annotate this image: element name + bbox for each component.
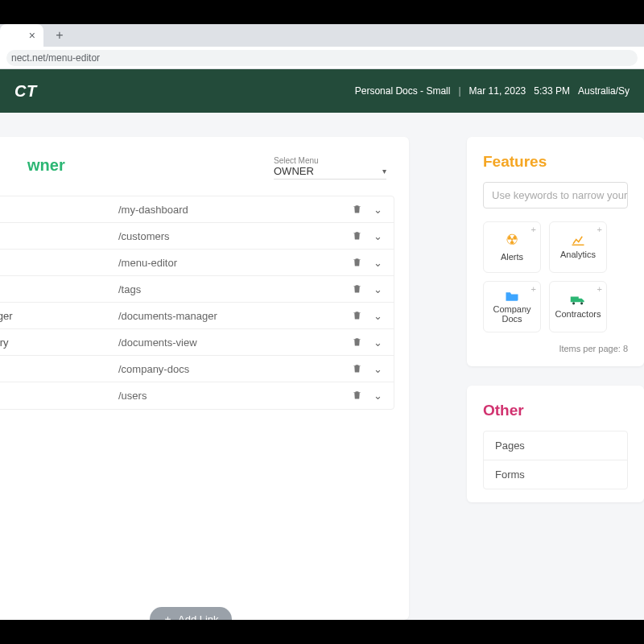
row-name: t Manager [0,310,118,322]
chevron-down-icon[interactable]: ⌄ [374,204,382,216]
add-link-button[interactable]: ＋ Add Link [150,607,232,620]
features-title: Features [483,153,628,171]
chevron-down-icon: ▾ [382,167,386,175]
trash-icon[interactable] [352,390,362,402]
row-path: /tags [118,283,352,295]
table-row[interactable]: /users ⌄ [0,382,394,409]
feature-tile-analytics[interactable]: + Analytics [549,221,607,273]
other-item-forms[interactable]: Forms [484,460,627,489]
plus-icon: + [597,225,602,234]
row-path: /company-docs [118,363,352,375]
browser-address-bar: nect.net/menu-editor [0,47,644,69]
chevron-down-icon[interactable]: ⌄ [374,390,382,402]
plus-icon: + [597,284,602,294]
table-row[interactable]: y Docs /company-docs ⌄ [0,356,394,382]
context-label: Personal Docs - Small [355,85,451,97]
row-path: /documents-view [118,336,352,349]
trash-icon[interactable] [352,230,362,242]
other-title: Other [483,402,628,419]
table-row[interactable]: rs /customers ⌄ [0,223,394,250]
svg-point-1 [580,302,583,304]
menu-select[interactable]: Select Menu OWNER ▾ [274,156,386,180]
trash-icon[interactable] [352,310,362,322]
plus-icon: ＋ [163,612,173,620]
chevron-down-icon[interactable]: ⌄ [374,336,382,349]
page-title: wner [27,156,65,175]
app-header: CT Personal Docs - Small | Mar 11, 2023 … [0,69,644,113]
header-time: 5:33 PM [534,85,570,97]
table-row[interactable]: t Manager /documents-manager ⌄ [0,303,394,329]
row-name: rs [0,230,118,242]
features-card: Features Use keywords to narrow your + ☢… [467,137,644,366]
add-link-label: Add Link [178,613,219,621]
row-path: /my-dashboard [118,204,352,216]
browser-tab[interactable]: × [0,24,43,47]
row-name: board [0,204,118,216]
chevron-down-icon[interactable]: ⌄ [374,310,382,322]
tile-label: Analytics [560,250,596,259]
folder-icon [505,290,519,301]
chevron-down-icon[interactable]: ⌄ [374,257,382,269]
trash-icon[interactable] [352,363,362,375]
table-row[interactable]: ts Library /documents-view ⌄ [0,329,394,356]
select-value: OWNER [274,165,314,177]
feature-tile-alerts[interactable]: + ☢ Alerts [483,221,541,273]
header-date: Mar 11, 2023 [469,85,526,97]
new-tab-button[interactable]: + [50,26,69,45]
table-row[interactable]: board /my-dashboard ⌄ [0,196,394,223]
chart-icon [571,235,585,246]
plus-icon: + [531,284,536,294]
select-label: Select Menu [274,156,386,165]
other-card: Other Pages Forms [467,386,644,502]
row-name: tor [0,257,118,269]
feature-search-input[interactable]: Use keywords to narrow your [483,182,628,208]
row-name: ts Library [0,336,118,349]
row-path: /users [118,390,352,402]
pager-text: Items per page: 8 [483,344,628,353]
row-path: /customers [118,230,352,242]
browser-tabstrip: × + [0,24,644,47]
chevron-down-icon[interactable]: ⌄ [374,363,382,375]
chevron-down-icon[interactable]: ⌄ [374,283,382,295]
table-row[interactable]: tor /menu-editor ⌄ [0,250,394,276]
other-item-pages[interactable]: Pages [484,431,627,460]
separator: | [458,85,460,97]
svg-point-0 [572,302,575,304]
plus-icon: + [531,225,536,234]
header-timezone: Australia/Sy [578,85,630,97]
trash-icon[interactable] [352,283,362,295]
table-row[interactable]: /tags ⌄ [0,276,394,303]
chevron-down-icon[interactable]: ⌄ [374,230,382,242]
radiation-icon: ☢ [506,233,518,249]
tile-label: Company Docs [484,304,540,324]
close-icon[interactable]: × [29,29,35,42]
url-field[interactable]: nect.net/menu-editor [6,50,638,66]
row-path: /documents-manager [118,310,352,322]
tile-label: Alerts [501,252,523,262]
row-name: y Docs [0,363,118,375]
app-logo: CT [14,82,37,101]
menu-rows: board /my-dashboard ⌄ rs /customers ⌄ [0,196,394,410]
trash-icon[interactable] [352,257,362,269]
truck-icon [570,295,586,306]
trash-icon[interactable] [352,336,362,349]
feature-tile-contractors[interactable]: + Contractors [549,281,607,332]
row-path: /menu-editor [118,257,352,269]
feature-tile-company-docs[interactable]: + Company Docs [483,281,541,332]
tile-label: Contractors [555,309,601,319]
menu-editor-card: wner Select Menu OWNER ▾ board /my-dashb… [0,137,409,620]
trash-icon[interactable] [352,204,362,216]
